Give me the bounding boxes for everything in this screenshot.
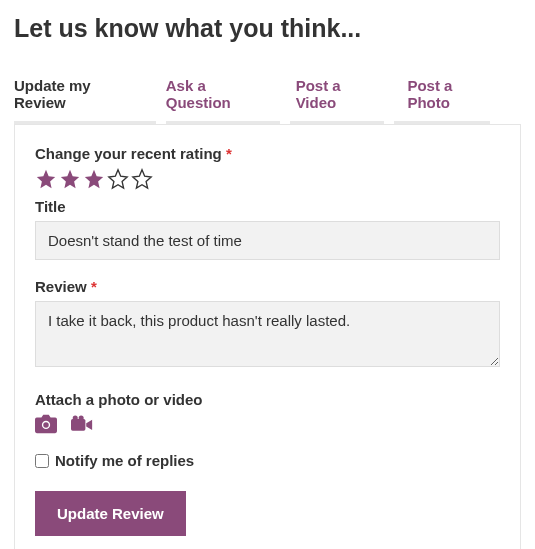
tab-update-review[interactable]: Update my Review [14, 71, 150, 121]
tab-post-video[interactable]: Post a Video [296, 71, 392, 121]
page-title: Let us know what you think... [14, 14, 521, 43]
tab-bar: Update my Review Ask a Question Post a V… [14, 71, 521, 121]
svg-rect-2 [71, 419, 85, 431]
star-5-icon[interactable] [131, 168, 153, 190]
star-2-icon[interactable] [59, 168, 81, 190]
title-label: Title [35, 198, 500, 215]
svg-point-4 [79, 416, 84, 421]
attach-label: Attach a photo or video [35, 391, 500, 408]
notify-label: Notify me of replies [55, 452, 194, 469]
tab-post-photo[interactable]: Post a Photo [407, 71, 505, 121]
tab-underline [14, 121, 521, 124]
tab-ask-question[interactable]: Ask a Question [166, 71, 280, 121]
star-4-icon[interactable] [107, 168, 129, 190]
notify-row: Notify me of replies [35, 452, 500, 469]
svg-point-3 [73, 416, 78, 421]
notify-checkbox[interactable] [35, 454, 49, 468]
svg-point-1 [43, 422, 49, 428]
attach-row [35, 414, 500, 434]
review-form-panel: Change your recent rating * Title Review… [14, 124, 521, 549]
required-marker: * [91, 278, 97, 295]
review-textarea[interactable]: I take it back, this product hasn't real… [35, 301, 500, 367]
star-1-icon[interactable] [35, 168, 57, 190]
review-label: Review * [35, 278, 500, 295]
title-input[interactable] [35, 221, 500, 260]
camera-icon[interactable] [35, 414, 57, 434]
rating-label: Change your recent rating * [35, 145, 500, 162]
star-3-icon[interactable] [83, 168, 105, 190]
video-icon[interactable] [71, 414, 93, 434]
update-review-button[interactable]: Update Review [35, 491, 186, 536]
star-rating[interactable] [35, 168, 500, 190]
required-marker: * [226, 145, 232, 162]
